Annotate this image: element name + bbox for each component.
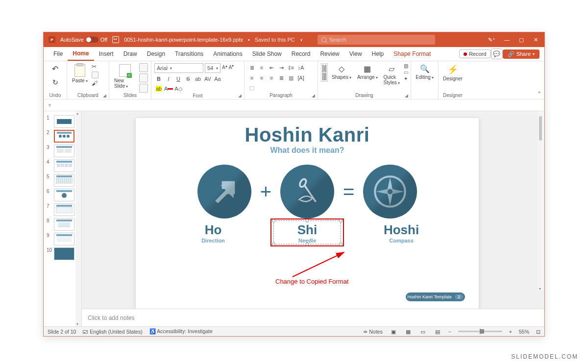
tab-file[interactable]: File xyxy=(49,47,68,61)
tab-shape-format[interactable]: Shape Format xyxy=(389,47,436,61)
accessibility-indicator[interactable]: ♿ Accessibility: Investigate xyxy=(149,328,213,335)
view-normal[interactable]: ▣ xyxy=(390,328,397,335)
shadow-button[interactable]: ab xyxy=(194,74,202,83)
format-painter-button[interactable]: 🖌 xyxy=(92,80,98,87)
align-right[interactable]: ≡ xyxy=(267,73,276,82)
quickstyles-button[interactable]: ▱Quick Styles xyxy=(382,63,402,86)
underline-button[interactable]: U xyxy=(174,74,183,83)
comments-button[interactable]: 💬 xyxy=(491,49,503,59)
undo-button[interactable]: ↶ xyxy=(47,63,64,74)
layout-button[interactable] xyxy=(139,63,148,72)
maximize-button[interactable]: ▢ xyxy=(519,37,525,43)
circle-hoshi[interactable] xyxy=(363,165,417,218)
align-left[interactable]: ≡ xyxy=(247,73,256,82)
shapes-gallery[interactable] xyxy=(321,63,328,82)
tab-slideshow[interactable]: Slide Show xyxy=(247,47,287,61)
lang-indicator[interactable]: 🖃 English (United States) xyxy=(83,329,142,335)
qat-customize[interactable]: ▿ xyxy=(49,102,51,108)
justify[interactable]: ≣ xyxy=(277,73,286,82)
indent-right[interactable]: ⇥ xyxy=(277,63,286,72)
numbering-button[interactable]: ≡ xyxy=(257,63,266,72)
tab-help[interactable]: Help xyxy=(367,47,389,61)
slide-footer[interactable]: Hoshin Kanri Template 2 xyxy=(406,292,465,301)
zoom-out[interactable]: − xyxy=(448,329,451,335)
bullets-button[interactable]: ≣ xyxy=(247,63,256,72)
zoom-slider[interactable] xyxy=(458,331,502,332)
record-button[interactable]: Record xyxy=(459,49,490,58)
reset-button[interactable] xyxy=(139,73,148,82)
font-color-button[interactable]: A xyxy=(164,84,173,93)
bold-button[interactable]: B xyxy=(154,74,163,83)
italic-button[interactable]: I xyxy=(164,74,173,83)
view-slideshow[interactable]: ▤ xyxy=(434,328,441,335)
autosave-toggle[interactable]: AutoSave Off xyxy=(60,37,107,43)
shape-fill[interactable]: ▨ xyxy=(404,63,408,69)
tab-record[interactable]: Record xyxy=(287,47,316,61)
drawing-launcher[interactable]: ◢ xyxy=(405,93,410,98)
decrease-font[interactable]: A▾ xyxy=(229,63,234,73)
circle-ho[interactable] xyxy=(197,165,251,218)
clear-format-button[interactable]: A◇ xyxy=(174,84,183,93)
cut-button[interactable]: ✂ xyxy=(92,63,98,70)
save-status[interactable]: Saved to this PC xyxy=(255,37,295,43)
resize-handle-br[interactable] xyxy=(339,243,343,246)
editing-button[interactable]: 🔍Editing xyxy=(414,63,435,81)
slide-title[interactable]: Hoshin Kanri xyxy=(136,124,479,146)
zoom-level[interactable]: 55% xyxy=(519,329,529,335)
arrange-button[interactable]: ▦Arrange xyxy=(355,63,380,81)
label-hoshi[interactable]: Hoshi Compass xyxy=(369,222,433,243)
paragraph-launcher[interactable]: ◢ xyxy=(312,93,317,98)
resize-handle-tl[interactable] xyxy=(272,219,275,222)
paste-button[interactable]: Paste xyxy=(70,63,90,84)
align-text[interactable]: [A] xyxy=(296,73,305,82)
shape-outline[interactable]: ▭ xyxy=(404,70,408,75)
smartart-button[interactable]: ⬚ xyxy=(247,84,256,93)
zoom-in[interactable]: + xyxy=(509,329,512,335)
copy-button[interactable] xyxy=(92,72,98,78)
tab-animations[interactable]: Animations xyxy=(208,47,247,61)
redo-button[interactable]: ↻ xyxy=(47,77,64,87)
notes-pane[interactable]: Click to add notes xyxy=(82,309,544,326)
highlight-button[interactable]: ab xyxy=(154,84,163,93)
resize-handle-bc[interactable] xyxy=(306,243,309,246)
new-slide-button[interactable]: + New Slide xyxy=(112,63,137,90)
indent-left[interactable]: ⇤ xyxy=(267,63,276,72)
line-spacing[interactable]: ‡≡ xyxy=(287,63,295,72)
slide-indicator[interactable]: Slide 2 of 10 xyxy=(48,329,76,335)
autosave-switch[interactable] xyxy=(86,37,98,43)
case-button[interactable]: Aa xyxy=(213,74,222,83)
file-name[interactable]: 0051-hoshin-kanri-powerpoint-template-16… xyxy=(124,37,243,43)
minimize-button[interactable]: — xyxy=(504,37,510,43)
spacing-button[interactable]: AV xyxy=(203,74,212,83)
tab-draw[interactable]: Draw xyxy=(119,47,142,61)
search-box[interactable]: Search xyxy=(318,35,435,45)
shape-effects[interactable]: ✦ xyxy=(404,76,408,81)
designer-button[interactable]: ⚡Designer xyxy=(441,63,464,82)
align-center[interactable]: ≡ xyxy=(257,73,266,82)
view-sorter[interactable]: ▦ xyxy=(404,328,412,335)
tab-design[interactable]: Design xyxy=(142,47,170,61)
strike-button[interactable]: S xyxy=(184,74,193,83)
circle-shi[interactable] xyxy=(280,165,334,218)
fit-to-window[interactable]: ⊡ xyxy=(536,329,540,335)
clipboard-launcher[interactable]: ◢ xyxy=(103,93,108,98)
text-direction[interactable]: ↕A xyxy=(296,63,305,72)
resize-handle-tc[interactable] xyxy=(306,219,309,222)
rotate-handle[interactable] xyxy=(304,152,310,158)
tab-home[interactable]: Home xyxy=(68,47,94,61)
shapes-button[interactable]: ◇Shapes xyxy=(330,63,353,81)
notes-toggle[interactable]: ≐ Notes xyxy=(363,329,382,335)
tab-insert[interactable]: Insert xyxy=(94,47,119,61)
font-launcher[interactable]: ◢ xyxy=(238,93,243,98)
close-button[interactable]: ✕ xyxy=(534,37,539,43)
columns[interactable]: ▥ xyxy=(287,73,295,82)
resize-handle-tr[interactable] xyxy=(339,219,343,222)
ribbon-collapse[interactable]: ⌃ xyxy=(537,91,541,97)
label-shi-selected[interactable]: Shi Needle xyxy=(275,222,339,243)
tab-view[interactable]: View xyxy=(344,47,367,61)
label-ho[interactable]: Ho Direction xyxy=(181,222,245,243)
share-button[interactable]: 🔗 Share ▾ xyxy=(503,49,539,59)
tab-transitions[interactable]: Transitions xyxy=(170,47,208,61)
privacy-icon[interactable]: ✎⁺ xyxy=(488,37,495,43)
tab-review[interactable]: Review xyxy=(315,47,344,61)
